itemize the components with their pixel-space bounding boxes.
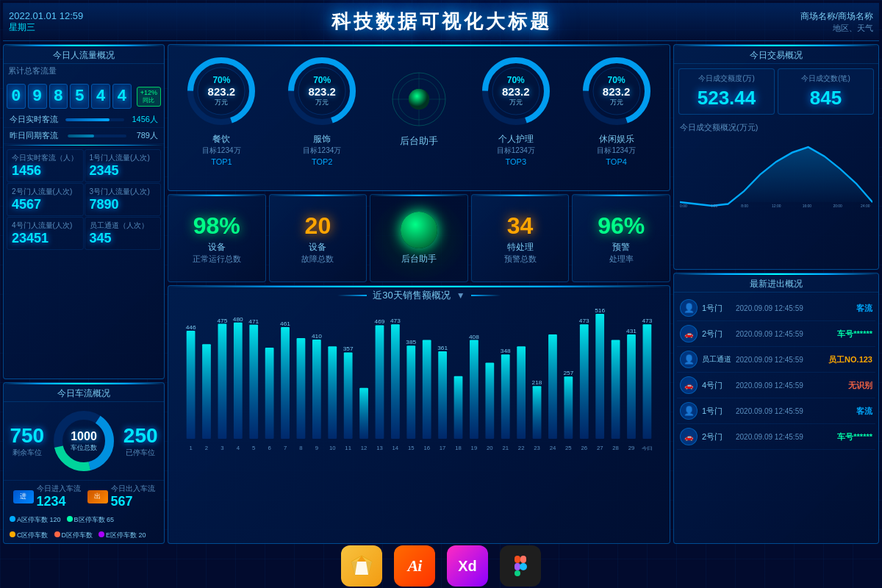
entry-type-4: 客流 <box>856 406 872 417</box>
gauge-rank-2: TOP2 <box>312 157 333 166</box>
svg-rect-76 <box>517 346 526 439</box>
entry-panel-title: 最新进出概况 <box>674 273 878 293</box>
svg-text:9: 9 <box>315 446 318 451</box>
device-big-3: 96% <box>598 212 645 240</box>
stat-cell-2: 2号门人流量(人次) 4567 <box>7 183 84 216</box>
gauge-inner-4: 70% 823.2 万元 <box>576 51 657 132</box>
stat-grid: 今日实时客流（人） 1456 1号门人流量(人次) 2345 2号门人流量(人次… <box>4 146 164 253</box>
stat-label-5: 员工通道（人次） <box>90 220 157 231</box>
xd-icon[interactable]: Xd <box>447 545 488 587</box>
car-out-btn[interactable]: 出 <box>87 490 108 503</box>
gauge-rank-3: TOP3 <box>506 157 527 166</box>
realtime-bar <box>65 118 110 121</box>
svg-text:21: 21 <box>502 446 509 451</box>
tx-numbers: 今日成交额度(万) 523.44 今日成交数(笔) 845 <box>674 64 878 119</box>
entry-icon-2: 👤 <box>680 351 698 368</box>
svg-text:16:00: 16:00 <box>803 204 811 209</box>
sketch-icon[interactable] <box>341 545 382 587</box>
weather: 地区、天气 <box>833 23 873 34</box>
gauge-name-4: 休闲娱乐 <box>599 133 634 146</box>
stat-label-2: 2号门人流量(人次) <box>12 187 79 197</box>
svg-rect-58 <box>406 345 415 439</box>
svg-rect-112 <box>514 556 520 563</box>
right-column: 今日交易概况 今日成交额度(万) 523.44 今日成交数(笔) 845 今日成… <box>673 44 879 544</box>
gauges-row: 70% 823.2 万元 餐饮 目标1234万 TOP1 <box>168 45 670 172</box>
remaining-num: 750 <box>10 424 44 448</box>
gauges-panel: 70% 823.2 万元 餐饮 目标1234万 TOP1 <box>168 44 670 191</box>
tx-amount-value: 523.44 <box>684 87 770 110</box>
digit-1: 9 <box>28 84 47 109</box>
tx-amount-box: 今日成交额度(万) 523.44 <box>678 68 775 115</box>
car-out-value: 567 <box>111 494 155 509</box>
svg-text:25: 25 <box>565 446 572 451</box>
svg-rect-42 <box>312 340 321 439</box>
ai-label[interactable]: 后台助手 <box>400 135 438 148</box>
device-sub-0: 正常运行总数 <box>193 254 241 265</box>
tx-amount-label: 今日成交额度(万) <box>684 74 770 84</box>
parked-label: 已停车位 <box>123 448 158 458</box>
svg-text:20: 20 <box>487 446 493 451</box>
yesterday-bar-wrap <box>68 135 126 137</box>
stat-value-1: 2345 <box>90 163 157 179</box>
gauge-target-2: 目标1234万 <box>303 146 341 156</box>
bottom-icons: Ai Xd <box>3 544 879 588</box>
tx-count-label: 今日成交数(笔) <box>783 74 869 84</box>
percent-badge: +12% 同比 <box>137 87 161 107</box>
car-panel: 今日车流概况 750 剩余车位 1000 车 <box>3 382 165 544</box>
svg-text:385: 385 <box>406 340 416 345</box>
ai-orb-center[interactable]: 后台助手 <box>370 194 468 282</box>
gauge-circle-1: 70% 823.2 万元 <box>181 51 262 132</box>
gauge-circle-2: 70% 823.2 万元 <box>282 51 362 132</box>
svg-text:446: 446 <box>186 325 196 331</box>
donut-text: 车位总数 <box>71 443 97 453</box>
car-in-label: 今日进入车流 <box>37 484 81 494</box>
line-chart-svg: 0:00 4:00 8:00 12:00 16:00 20:00 24:00 <box>680 136 872 209</box>
entry-type-5: 车号****** <box>837 431 872 442</box>
gauge-name-1: 餐饮 <box>212 133 230 146</box>
svg-rect-55 <box>391 324 400 439</box>
gauge-inner-2: 70% 823.2 万元 <box>282 51 362 132</box>
svg-text:8:00: 8:00 <box>741 204 748 209</box>
entry-row-4: 👤 1号门 2020.09.09 12:45:59 客流 <box>677 398 875 424</box>
gauge-1: 70% 823.2 万元 餐饮 目标1234万 TOP1 <box>173 51 269 166</box>
figma-icon[interactable] <box>500 545 541 587</box>
gauge-target-3: 目标1234万 <box>497 146 535 156</box>
bar-header-line-right <box>471 295 501 296</box>
svg-rect-24 <box>202 344 211 439</box>
entry-list: 👤 1号门 2020.09.09 12:45:59 客流 🚗 2号门 2020.… <box>674 293 878 453</box>
gauge-circle-4: 70% 823.2 万元 <box>576 51 657 132</box>
xd-text: Xd <box>458 558 477 575</box>
ai-orb-wrap <box>390 70 448 129</box>
entry-gate-4: 1号门 <box>702 406 731 417</box>
gauge-unit-3: 万元 <box>509 98 523 107</box>
content-area: 今日人流量概况 累计总客流量 0 9 8 5 4 4 +12% 同比 今日实时客… <box>3 44 879 544</box>
entry-row-2: 👤 员工通道 2020.09.09 12:45:59 员工NO.123 <box>677 347 875 373</box>
parked-wrap: 250 已停车位 <box>123 424 158 458</box>
bar-header-line-left <box>337 295 367 296</box>
entry-gate-2: 员工通道 <box>702 354 731 365</box>
svg-text:1: 1 <box>189 446 192 451</box>
svg-text:28: 28 <box>612 446 619 451</box>
svg-text:11: 11 <box>345 446 351 451</box>
bar-chart-dropdown[interactable]: ▼ <box>456 290 465 301</box>
device-label-1: 设备 <box>309 241 326 254</box>
stat-cell-5: 员工通道（人次） 345 <box>85 217 162 250</box>
entry-gate-1: 2号门 <box>702 329 731 340</box>
parking-legend: A区停车数 120 B区停车数 65 C区停车数 D区停车数 E区停车数 20 <box>4 512 164 543</box>
device-sub-2: 预警总数 <box>504 254 537 265</box>
device-big-2: 34 <box>507 212 534 240</box>
car-in-btn[interactable]: 进 <box>13 490 34 503</box>
bar-chart-panel: 近30天销售额概况 ▼ 4461247534804471564617841091… <box>168 285 670 544</box>
gauge-rank-1: TOP1 <box>211 157 232 166</box>
illustrator-icon[interactable]: Ai <box>394 545 435 587</box>
legend-c: C区停车数 <box>10 531 49 540</box>
svg-rect-40 <box>297 338 306 439</box>
svg-rect-47 <box>344 352 353 439</box>
tx-panel-title: 今日交易概况 <box>674 45 878 64</box>
svg-rect-97 <box>643 324 652 439</box>
device-big-1: 20 <box>305 212 331 240</box>
svg-text:15: 15 <box>408 446 415 451</box>
entry-type-2: 员工NO.123 <box>828 354 872 365</box>
svg-rect-86 <box>580 324 589 439</box>
svg-text:357: 357 <box>343 346 354 352</box>
